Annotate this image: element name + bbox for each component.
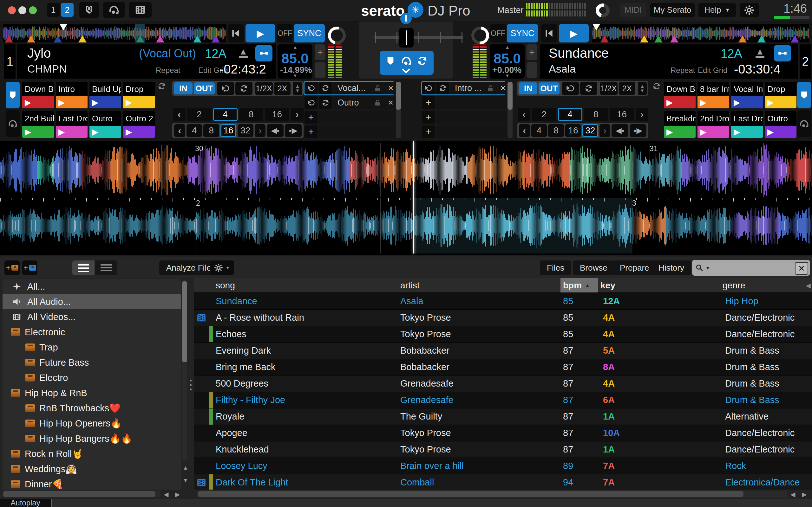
minimize-window-button[interactable]	[18, 6, 26, 14]
lock-icon[interactable]	[374, 84, 381, 92]
sidebar-item[interactable]: All Audio...	[3, 294, 181, 309]
cue-pad[interactable]: Drop ▶	[123, 82, 155, 108]
cue-marker[interactable]	[791, 36, 799, 43]
vertical-waveform-view-button[interactable]	[72, 261, 95, 275]
deck1-empty-loop-slot[interactable]: +	[305, 125, 393, 138]
autoloop-prev-button[interactable]: ‹	[518, 108, 530, 121]
deck2-sync-button[interactable]: SYNC	[507, 24, 538, 43]
cue-marker[interactable]	[27, 36, 35, 43]
deck1-repeat-button[interactable]: Repeat	[156, 66, 180, 75]
table-row[interactable]: Echoes Tokyo Prose 85 4A Dance/Electroni…	[194, 326, 812, 343]
tempo-up-icon[interactable]: ▲	[505, 45, 510, 49]
tempo-down-icon[interactable]: ▼	[505, 73, 510, 78]
deck1-keylock-off-button[interactable]: OFF	[277, 24, 293, 43]
table-row[interactable]: 500 Degrees Grenadesafe 87 4A Drum & Bas…	[194, 376, 812, 392]
deck2-pitch-plus-button[interactable]: +	[526, 44, 537, 60]
deck1-loops-tab[interactable]	[6, 110, 20, 137]
deck1-sync-button[interactable]: SYNC	[294, 24, 325, 43]
sidebar-item[interactable]: Future Bass	[3, 355, 181, 370]
deck1-overview-waveform[interactable]	[3, 24, 226, 43]
deck1-pitch-minus-button[interactable]: −	[315, 62, 325, 78]
table-row[interactable]: Apogee Tokyo Prose 87 10A Dance/Electron…	[194, 425, 812, 441]
beatjump-back-button[interactable]: ◀▪	[267, 124, 284, 137]
cue-pad[interactable]: Last Dro ▶	[731, 111, 763, 138]
cue-pad[interactable]: Build Up ▶	[90, 82, 121, 108]
tab-prepare[interactable]: Prepare	[613, 261, 656, 275]
autoloop-length-button[interactable]: 4	[213, 108, 238, 121]
deck1-reloop-button[interactable]	[235, 82, 252, 95]
midi-button[interactable]: MIDI	[620, 3, 646, 17]
cue-pad[interactable]: 2nd Buil ▶	[22, 111, 54, 138]
cue-pad[interactable]: Outro ▶	[765, 111, 797, 138]
saved-loops-scrollbar[interactable]	[396, 82, 401, 138]
table-row[interactable]: Filthy - Filthy Joe Grenadesafe 87 6A Dr…	[194, 392, 812, 408]
deck1-loop-refresh-icon[interactable]	[157, 82, 166, 91]
beatjump-forward-button[interactable]: ▪▶	[629, 124, 647, 137]
close-window-button[interactable]	[8, 6, 16, 14]
chevron-down-icon[interactable]	[402, 65, 410, 73]
table-h-scrollbar[interactable]	[197, 491, 787, 498]
beatjump-length-button[interactable]: 16	[565, 124, 581, 137]
deck-count-2-button[interactable]: 2	[61, 3, 73, 17]
sidebar-item[interactable]: Trap	[3, 340, 181, 355]
deck1-play-button[interactable]: ▶	[246, 24, 275, 43]
sidebar-item[interactable]: Dinner🍕	[3, 476, 181, 490]
delete-loop-icon[interactable]: ×	[388, 83, 393, 93]
cue-marker[interactable]	[654, 36, 663, 43]
deck1-rewind-button[interactable]	[228, 24, 244, 43]
autoloop-length-button[interactable]: 2	[187, 108, 212, 121]
cue-marker[interactable]	[156, 36, 164, 43]
cue-pad[interactable]: Last Dro ▶	[56, 111, 88, 138]
cue-marker[interactable]	[212, 36, 220, 43]
autoloop-length-button[interactable]: 16	[265, 108, 289, 121]
beatjump-length-button[interactable]: 32	[238, 124, 253, 137]
cue-pad[interactable]: Drop ▶	[765, 82, 797, 108]
beatjump-length-button[interactable]: 8	[203, 124, 219, 137]
saved-loops-scrollbar[interactable]	[507, 82, 513, 138]
autoloop-length-button[interactable]: 8	[584, 108, 608, 121]
deck2-reloop-button[interactable]	[580, 82, 597, 95]
beatjump-back-button[interactable]: ◀▪	[612, 124, 628, 137]
cue-panel-button[interactable]: Q	[79, 2, 99, 18]
deck2-loop-half-button[interactable]: 1/2X	[600, 82, 618, 95]
center-mode-panel[interactable]	[380, 51, 434, 75]
beatjump-length-button[interactable]: 16	[220, 124, 236, 137]
table-row[interactable]: Dark Of The Light Comball 94 7A Electron…	[194, 474, 812, 490]
beatjump-forward-button[interactable]: ▪▶	[285, 124, 302, 137]
tab-files[interactable]: Files	[540, 261, 571, 275]
crossfader-handle[interactable]	[399, 28, 414, 48]
clear-search-icon[interactable]: ✕	[795, 262, 808, 275]
delete-loop-icon[interactable]: ×	[501, 83, 506, 93]
maximize-window-button[interactable]	[29, 6, 37, 14]
cue-pad[interactable]: Down B ▶	[22, 82, 54, 108]
sidebar-item[interactable]: Rock n Roll🤘	[3, 446, 181, 461]
loop-panel-button[interactable]	[103, 2, 125, 18]
deck2-loop-refresh-icon[interactable]	[652, 82, 661, 91]
tab-history[interactable]: History	[652, 261, 691, 275]
cue-pad[interactable]: Breakdo ▶	[664, 111, 696, 138]
autoloop-next-button[interactable]: ›	[636, 108, 648, 121]
cue-marker[interactable]	[600, 36, 609, 43]
tempo-down-icon[interactable]: ▼	[293, 73, 298, 78]
sidebar-item[interactable]: Hip Hop Openers🔥	[3, 416, 181, 431]
deck2-loops-tab[interactable]	[797, 110, 811, 137]
sidebar-scroll-left-icon[interactable]: ◀	[164, 491, 168, 498]
cue-marker[interactable]	[5, 36, 13, 43]
lock-icon[interactable]	[487, 84, 494, 92]
search-box[interactable]: ▼ ✕	[692, 260, 810, 276]
search-input[interactable]	[712, 262, 790, 274]
cue-pad[interactable]: Outro 2 ▶	[123, 111, 155, 138]
cue-marker[interactable]	[54, 36, 62, 43]
beatjump-next-button[interactable]: ›	[255, 124, 266, 137]
deck2-slip-loop-button[interactable]	[562, 82, 579, 95]
cue-marker[interactable]	[670, 36, 678, 43]
autoplay-toggle[interactable]: Autoplay	[0, 499, 51, 507]
cue-marker[interactable]	[739, 36, 747, 43]
deck2-loop-stepper[interactable]: ▲▼	[638, 82, 647, 95]
table-scroll-left-icon[interactable]: ◀	[791, 491, 795, 498]
main-waveform-area[interactable]: 30 31 2 3	[0, 141, 812, 256]
beatjump-length-button[interactable]: 8	[548, 124, 564, 137]
deck2-empty-loop-slot[interactable]: +	[422, 111, 505, 124]
sidebar-item[interactable]: Weddings👰	[3, 461, 181, 476]
sidebar-scrollbar[interactable]	[182, 280, 187, 461]
